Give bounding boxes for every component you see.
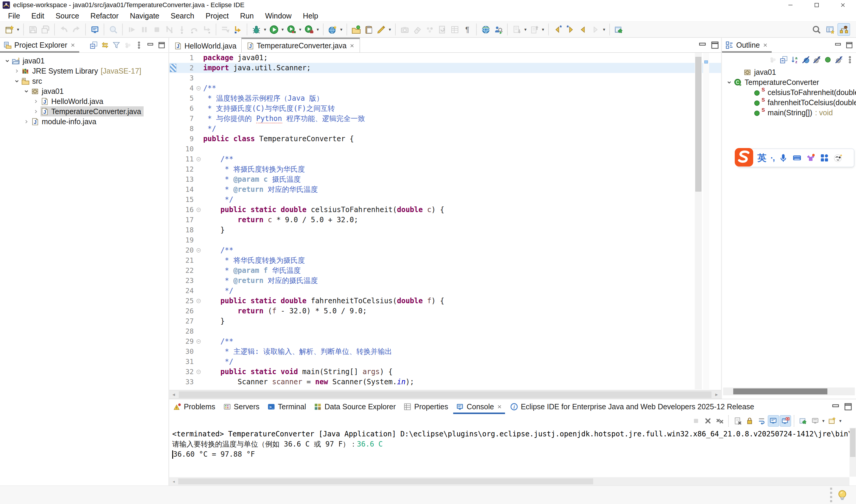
debug-icon[interactable] xyxy=(250,23,263,36)
view-tab-console[interactable]: Console xyxy=(452,399,506,414)
ime-toolbar[interactable]: 英 ·, xyxy=(737,149,854,167)
project-item-java01[interactable]: Jjava01 xyxy=(0,56,168,66)
window-minimize-icon[interactable] xyxy=(777,0,804,10)
step-return-icon[interactable] xyxy=(200,23,213,36)
menu-item-source[interactable]: Source xyxy=(50,12,85,20)
import-folder-icon[interactable] xyxy=(350,23,362,36)
code-line-1[interactable]: 1package java01; xyxy=(169,53,721,63)
hide-local-types-icon[interactable]: L xyxy=(833,54,844,65)
new-web-service-icon[interactable] xyxy=(326,23,339,36)
menu-item-help[interactable]: Help xyxy=(297,12,324,20)
hide-fields-icon[interactable] xyxy=(800,54,811,65)
link-with-editor-icon[interactable] xyxy=(99,40,110,51)
focus-group-icon[interactable] xyxy=(122,40,133,51)
tab-project-explorer[interactable]: Project Explorer xyxy=(0,38,79,52)
dropdown-arrow-icon[interactable]: ▾ xyxy=(523,27,528,32)
hide-static-icon[interactable]: S xyxy=(811,54,822,65)
chevron-down-icon[interactable] xyxy=(724,79,734,85)
forward-history-annotated-icon[interactable]: * xyxy=(564,23,576,36)
pin-console-icon[interactable] xyxy=(798,415,809,427)
tab-outline[interactable]: Outline xyxy=(722,38,772,52)
close-icon[interactable] xyxy=(497,404,502,410)
dropdown-arrow-icon[interactable]: ▾ xyxy=(387,27,392,32)
open-console-view-icon[interactable] xyxy=(89,23,101,36)
scroll-lock-icon[interactable] xyxy=(744,415,755,427)
minimize-view-icon[interactable] xyxy=(829,400,842,413)
scroll-left-icon[interactable]: ◂ xyxy=(169,479,178,484)
close-icon[interactable] xyxy=(70,42,76,48)
fold-collapse-icon[interactable] xyxy=(194,154,203,164)
run-icon[interactable] xyxy=(268,23,280,36)
new-wizard-icon[interactable] xyxy=(3,23,16,36)
menu-item-refactor[interactable]: Refactor xyxy=(85,12,124,20)
project-item-module-info-java[interactable]: Jmodule-info.java xyxy=(0,116,168,127)
build-all-icon[interactable] xyxy=(219,23,232,36)
code-line-19[interactable]: 19 xyxy=(169,235,721,245)
filter-icon[interactable] xyxy=(110,40,122,51)
code-line-25[interactable]: 25 public static double fahrenheitToCels… xyxy=(169,296,721,306)
view-menu-icon[interactable] xyxy=(133,40,144,51)
code-line-24[interactable]: 24 */ xyxy=(169,286,721,296)
word-wrap-icon[interactable] xyxy=(756,415,767,427)
editor-horizontal-scrollbar[interactable]: ◂ ▸ xyxy=(169,390,721,399)
editor-vertical-scrollbar[interactable] xyxy=(695,53,702,389)
remove-all-launches-icon[interactable] xyxy=(714,415,726,427)
back-history-annotated-icon[interactable]: * xyxy=(552,23,564,36)
code-line-23[interactable]: 23 * @return 对应的摄氏温度 xyxy=(169,275,721,286)
console-output[interactable]: <terminated> TemperatureConverter [Java … xyxy=(169,428,856,486)
step-over-icon[interactable] xyxy=(188,23,200,36)
maximize-view-icon[interactable] xyxy=(709,39,721,52)
outline-item-java01[interactable]: java01 xyxy=(722,67,856,77)
table-doc-icon[interactable] xyxy=(448,23,461,36)
code-line-2[interactable]: 2import java.util.Scanner; xyxy=(169,63,721,73)
close-icon[interactable] xyxy=(349,43,355,49)
menu-item-edit[interactable]: Edit xyxy=(25,12,50,20)
display-selected-console-icon[interactable] xyxy=(809,415,821,427)
outline-item-temperatureconverter[interactable]: CTemperatureConverter xyxy=(722,77,856,87)
outline-item-fahrenheittocelsius-double-[interactable]: SfahrenheitToCelsius(double) xyxy=(722,97,856,108)
code-line-16[interactable]: 16 public static double celsiusToFahrenh… xyxy=(169,205,721,215)
code-line-15[interactable]: 15 */ xyxy=(169,195,721,205)
code-line-33[interactable]: 33 Scanner scanner = new Scanner(System.… xyxy=(169,377,721,387)
code-line-6[interactable]: 6 * 支持摄氏度(C)与华氏度(F)之间互转 xyxy=(169,103,721,113)
outline-item-main-string-[interactable]: Smain(String[]): void xyxy=(722,108,856,118)
view-tab-terminal[interactable]: >_Terminal xyxy=(263,399,310,414)
java-ee-perspective-icon[interactable] xyxy=(838,23,850,36)
web-browser-icon[interactable] xyxy=(479,23,492,36)
code-line-14[interactable]: 14 * @return 对应的华氏温度 xyxy=(169,184,721,195)
step-into-icon[interactable] xyxy=(176,23,188,36)
project-item-temperatureconverter-java[interactable]: JTemperatureConverter.java xyxy=(0,106,168,116)
code-editor[interactable]: 1package java01;2import java.util.Scanne… xyxy=(169,53,721,390)
close-icon[interactable] xyxy=(763,42,768,48)
chevron-right-icon[interactable] xyxy=(12,68,21,74)
snapshot-icon[interactable] xyxy=(398,23,411,36)
code-line-9[interactable]: 9public class TemperatureConverter { xyxy=(169,134,721,144)
project-item-java01[interactable]: java01 xyxy=(0,86,168,96)
fold-collapse-icon[interactable] xyxy=(194,367,203,377)
dropdown-arrow-icon[interactable]: ▾ xyxy=(821,418,826,424)
search-remote-icon[interactable] xyxy=(492,23,504,36)
dropdown-arrow-icon[interactable]: ▾ xyxy=(339,27,344,32)
outline-item-celsiustofahrenheit-double-[interactable]: ScelsiusToFahrenheit(double) xyxy=(722,87,856,97)
code-line-29[interactable]: 29 /** xyxy=(169,336,721,346)
view-menu-icon[interactable] xyxy=(844,54,855,65)
view-tab-data-source-explorer[interactable]: Data Source Explorer xyxy=(310,399,399,414)
code-line-28[interactable]: 28 xyxy=(169,326,721,336)
search-main-icon[interactable] xyxy=(810,23,823,36)
menu-item-run[interactable]: Run xyxy=(234,12,260,20)
project-item-helloworld-java[interactable]: JHelloWorld.java xyxy=(0,96,168,106)
terminate-icon[interactable] xyxy=(150,23,163,36)
code-line-3[interactable]: 3 xyxy=(169,73,721,83)
clear-console-icon[interactable] xyxy=(732,415,743,427)
ime-keyboard-icon[interactable] xyxy=(792,153,802,163)
code-line-8[interactable]: 8 */ xyxy=(169,124,721,134)
save-icon[interactable] xyxy=(26,23,39,36)
pull-down-icon[interactable] xyxy=(511,23,523,36)
search-annotation-icon[interactable] xyxy=(107,23,120,36)
pin-editor-icon[interactable] xyxy=(612,23,625,36)
code-line-13[interactable]: 13 * @param c 摄氏温度 xyxy=(169,174,721,184)
menu-item-file[interactable]: File xyxy=(2,12,25,20)
minimize-view-icon[interactable] xyxy=(696,39,709,52)
chevron-down-icon[interactable] xyxy=(2,58,12,64)
dropdown-arrow-icon[interactable]: ▾ xyxy=(16,27,21,32)
